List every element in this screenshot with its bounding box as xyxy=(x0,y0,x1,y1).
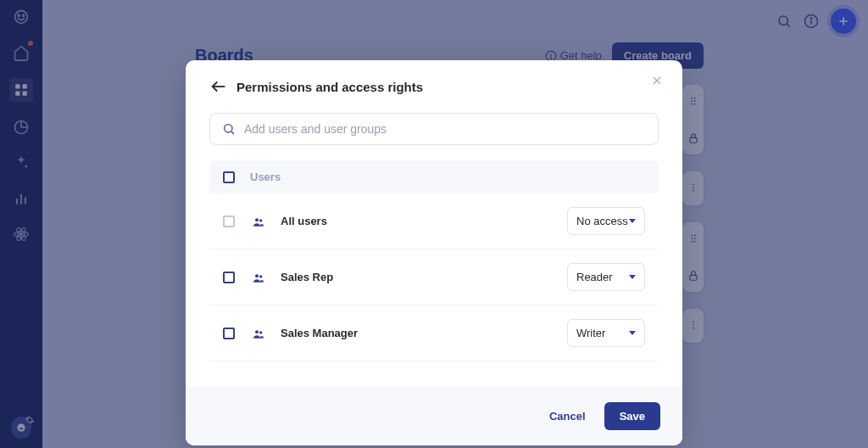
chevron-down-icon xyxy=(629,331,636,335)
role-select[interactable]: Writer xyxy=(567,319,645,347)
row-name: Sales Manager xyxy=(281,327,552,339)
user-search-input[interactable] xyxy=(244,122,646,136)
table-header: Users xyxy=(209,160,659,193)
role-value: Reader xyxy=(576,271,613,283)
svg-point-55 xyxy=(255,330,259,333)
permissions-modal: Permissions and access rights Users All … xyxy=(186,60,682,445)
svg-point-52 xyxy=(259,219,262,221)
search-wrap[interactable] xyxy=(209,113,659,145)
svg-point-56 xyxy=(259,331,262,333)
role-select[interactable]: No access xyxy=(567,207,645,235)
group-icon xyxy=(250,216,265,227)
modal-title: Permissions and access rights xyxy=(236,80,423,94)
group-icon xyxy=(250,328,265,339)
role-value: No access xyxy=(576,215,628,227)
group-icon xyxy=(250,272,265,283)
row-checkbox[interactable] xyxy=(223,328,235,339)
back-button[interactable] xyxy=(209,77,228,96)
role-select[interactable]: Reader xyxy=(567,263,645,291)
row-name: All users xyxy=(281,215,552,227)
row-name: Sales Rep xyxy=(281,271,552,283)
modal-footer: Cancel Save xyxy=(186,387,682,445)
row-checkbox[interactable] xyxy=(223,272,235,283)
role-value: Writer xyxy=(576,327,605,339)
user-row: Sales ManagerWriter xyxy=(209,305,659,361)
svg-point-54 xyxy=(259,275,262,277)
modal-header: Permissions and access rights xyxy=(186,60,682,108)
svg-point-53 xyxy=(255,274,259,277)
svg-point-49 xyxy=(225,125,232,132)
row-checkbox[interactable] xyxy=(223,216,235,227)
chevron-down-icon xyxy=(629,275,636,279)
user-row: Sales RepReader xyxy=(209,249,659,305)
svg-line-50 xyxy=(231,132,234,134)
save-button[interactable]: Save xyxy=(604,402,660,430)
close-button[interactable] xyxy=(650,74,665,89)
cancel-button[interactable]: Cancel xyxy=(549,410,586,423)
svg-point-51 xyxy=(255,218,259,221)
select-all-checkbox[interactable] xyxy=(223,171,235,183)
user-row: All usersNo access xyxy=(209,193,659,249)
search-icon xyxy=(222,122,236,136)
chevron-down-icon xyxy=(629,219,636,223)
users-column-header: Users xyxy=(250,171,281,183)
